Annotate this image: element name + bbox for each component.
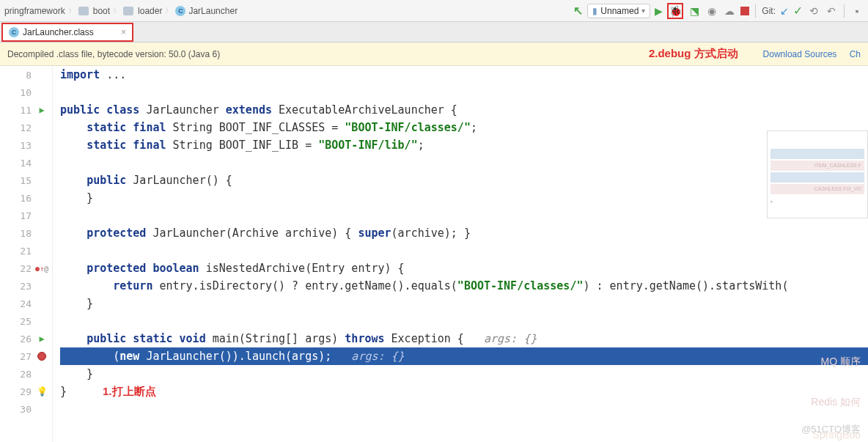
toolbar: pringframework〉 boot〉 loader〉 CJarLaunch… bbox=[0, 0, 868, 22]
history-icon[interactable]: ⟲ bbox=[807, 4, 820, 18]
line-number[interactable]: 24 bbox=[0, 295, 52, 312]
line-number[interactable]: 30 bbox=[0, 400, 52, 418]
folder-icon bbox=[123, 7, 133, 15]
crumb-root[interactable]: pringframework bbox=[4, 6, 65, 16]
separator bbox=[755, 4, 756, 18]
code-line[interactable]: protected JarLauncher(Archive archive) {… bbox=[60, 224, 868, 242]
code-line[interactable]: } bbox=[60, 365, 868, 383]
stop-icon[interactable] bbox=[740, 7, 749, 15]
minimap-preview: ITEM_CASHLESS F CASHLESS FIX_VO ▸ bbox=[767, 130, 868, 218]
code-line[interactable] bbox=[60, 84, 868, 101]
crumb-loader[interactable]: loader bbox=[138, 6, 162, 16]
code-line[interactable] bbox=[60, 400, 868, 418]
git-pull-icon[interactable]: ↙ bbox=[780, 5, 789, 17]
code-line[interactable]: protected boolean isNestedArchive(Entry … bbox=[60, 259, 868, 277]
line-number[interactable]: 15 bbox=[0, 172, 52, 189]
line-number[interactable]: 29💡 bbox=[0, 383, 52, 400]
line-number[interactable]: 28 bbox=[0, 365, 52, 383]
code-line[interactable] bbox=[60, 207, 868, 224]
code-line[interactable] bbox=[60, 242, 868, 259]
attach-icon[interactable]: ☁ bbox=[723, 4, 736, 18]
run-icon[interactable]: ▶ bbox=[655, 5, 663, 17]
decompile-banner: Decompiled .class file, bytecode version… bbox=[0, 43, 868, 66]
faint-text: Redis 如何 bbox=[811, 396, 861, 409]
code-line[interactable]: (new JarLauncher()).launch(args); args: … bbox=[60, 347, 868, 365]
git-label: Git: bbox=[762, 6, 776, 16]
download-sources-link[interactable]: Download Sources bbox=[763, 49, 837, 59]
line-number[interactable]: 23 bbox=[0, 277, 52, 295]
debug-button[interactable]: 🐞 bbox=[667, 3, 683, 19]
line-number[interactable]: 8 bbox=[0, 66, 52, 84]
code-line[interactable]: public class JarLauncher extends Executa… bbox=[60, 101, 868, 119]
code-line[interactable]: static final String BOOT_INF_CLASSES = "… bbox=[60, 119, 868, 136]
profile-icon[interactable]: ◉ bbox=[705, 4, 718, 18]
nav-back-icon[interactable]: ↖ bbox=[573, 4, 583, 18]
code-line[interactable]: public static void main(String[] args) t… bbox=[60, 330, 868, 347]
annotation-breakpoint: 1.打上断点 bbox=[103, 385, 156, 399]
faint-text: MQ 顺序 bbox=[821, 356, 861, 369]
crumb-boot[interactable]: boot bbox=[93, 6, 110, 16]
tab-jarlauncher[interactable]: C JarLauncher.class × bbox=[1, 23, 133, 42]
line-number[interactable]: 14 bbox=[0, 154, 52, 172]
code-line[interactable]: import ... bbox=[60, 66, 868, 84]
line-number[interactable]: 27 bbox=[0, 347, 52, 365]
code-line[interactable]: } bbox=[60, 383, 868, 400]
code-line[interactable]: } bbox=[60, 189, 868, 207]
code-line[interactable] bbox=[60, 154, 868, 172]
annotation-debug: 2.debug 方式启动 bbox=[649, 47, 738, 61]
more-icon[interactable]: ▪ bbox=[850, 4, 864, 18]
code-line[interactable]: static final String BOOT_INF_LIB = "BOOT… bbox=[60, 136, 868, 154]
line-number[interactable]: 25 bbox=[0, 312, 52, 330]
editor-tabs: C JarLauncher.class × bbox=[0, 22, 868, 43]
line-number[interactable]: 13 bbox=[0, 136, 52, 154]
class-icon: C bbox=[9, 27, 19, 37]
line-number[interactable]: 16 bbox=[0, 189, 52, 207]
banner-text: Decompiled .class file, bytecode version… bbox=[7, 49, 220, 59]
run-config-name: Unnamed bbox=[600, 6, 639, 16]
line-number[interactable]: 17 bbox=[0, 207, 52, 224]
breadcrumbs[interactable]: pringframework〉 boot〉 loader〉 CJarLaunch… bbox=[4, 6, 238, 16]
code-area[interactable]: import ...public class JarLauncher exten… bbox=[53, 66, 868, 442]
watermark: @51CTO博客 bbox=[801, 423, 861, 436]
run-config-select[interactable]: ▮Unnamed▾ bbox=[587, 4, 650, 18]
revert-icon[interactable]: ↶ bbox=[825, 4, 838, 18]
coverage-icon[interactable]: ⬔ bbox=[688, 4, 701, 18]
code-line[interactable]: public JarLauncher() { bbox=[60, 172, 868, 189]
line-number[interactable]: 10 bbox=[0, 84, 52, 101]
class-icon: C bbox=[175, 6, 185, 16]
toolbar-right: ↖ ▮Unnamed▾ ▶ 🐞 ⬔ ◉ ☁ Git: ↙ ✓ ⟲ ↶ ▪ bbox=[573, 3, 864, 19]
code-line[interactable] bbox=[60, 312, 868, 330]
choose-sources-link[interactable]: Ch bbox=[850, 49, 861, 59]
close-icon[interactable]: × bbox=[121, 27, 126, 37]
tab-label: JarLauncher.class bbox=[23, 27, 94, 37]
gutter[interactable]: 81011▶121314151617182122●↑@23242526▶2728… bbox=[0, 66, 53, 442]
git-commit-icon[interactable]: ✓ bbox=[793, 4, 803, 18]
separator bbox=[844, 4, 845, 18]
code-line[interactable]: } bbox=[60, 295, 868, 312]
folder-icon bbox=[78, 7, 89, 15]
crumb-class[interactable]: JarLauncher bbox=[188, 6, 238, 16]
line-number[interactable]: 11▶ bbox=[0, 101, 52, 119]
line-number[interactable]: 12 bbox=[0, 119, 52, 136]
line-number[interactable]: 26▶ bbox=[0, 330, 52, 347]
line-number[interactable]: 22●↑@ bbox=[0, 259, 52, 277]
code-line[interactable]: return entry.isDirectory() ? entry.getNa… bbox=[60, 277, 868, 295]
bug-icon: 🐞 bbox=[669, 5, 682, 17]
line-number[interactable]: 18 bbox=[0, 224, 52, 242]
line-number[interactable]: 21 bbox=[0, 242, 52, 259]
